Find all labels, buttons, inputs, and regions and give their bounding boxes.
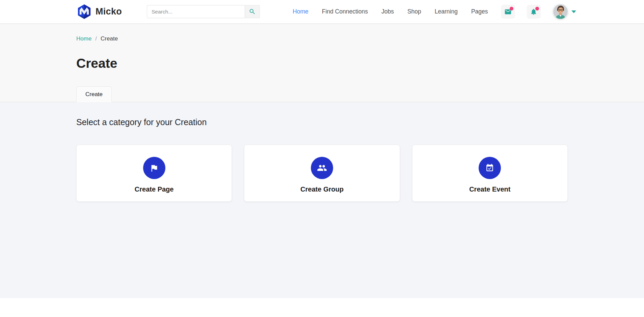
main-content: Select a category for your Creation Crea…: [0, 102, 644, 298]
messages-badge: [510, 7, 513, 10]
search-button[interactable]: [245, 5, 260, 18]
search-input[interactable]: [147, 5, 245, 18]
create-group-label: Create Group: [300, 185, 344, 193]
group-icon: [317, 163, 327, 173]
breadcrumb: Home / Create: [76, 23, 568, 42]
page-header: Home / Create Create Create: [0, 23, 644, 102]
nav-shop[interactable]: Shop: [407, 8, 421, 15]
create-event-label: Create Event: [469, 185, 510, 193]
flag-icon: [150, 164, 159, 173]
tab-bar: Create: [76, 86, 568, 102]
nav-jobs[interactable]: Jobs: [381, 8, 394, 15]
top-navbar: Micko Home Find Connections Jobs Shop Le…: [0, 0, 644, 23]
category-cards: Create Page Create Group Create Event: [76, 145, 568, 202]
primary-nav: Home Find Connections Jobs Shop Learning…: [293, 8, 488, 15]
nav-learning[interactable]: Learning: [435, 8, 458, 15]
section-heading: Select a category for your Creation: [76, 102, 568, 127]
create-event-icon-circle: [479, 157, 501, 179]
nav-pages[interactable]: Pages: [471, 8, 488, 15]
nav-find-connections[interactable]: Find Connections: [322, 8, 368, 15]
calendar-check-icon: [485, 164, 494, 172]
create-page-card[interactable]: Create Page: [76, 145, 232, 202]
messages-button[interactable]: [501, 5, 515, 19]
notifications-badge: [535, 7, 539, 10]
avatar: [553, 4, 568, 19]
create-group-card[interactable]: Create Group: [244, 145, 400, 202]
navbar-inner: Micko Home Find Connections Jobs Shop Le…: [76, 0, 568, 23]
create-page-label: Create Page: [135, 185, 174, 193]
brand-logo[interactable]: Micko: [76, 4, 122, 20]
nav-home[interactable]: Home: [293, 8, 308, 15]
breadcrumb-separator: /: [95, 35, 97, 42]
chevron-down-icon[interactable]: [571, 10, 576, 13]
breadcrumb-current: Create: [101, 35, 118, 42]
create-group-icon-circle: [311, 157, 333, 179]
create-page-icon-circle: [143, 157, 165, 179]
search-icon: [249, 8, 256, 15]
footer: [0, 298, 644, 317]
navbar-actions: [501, 4, 576, 19]
breadcrumb-home-link[interactable]: Home: [76, 35, 91, 42]
micko-logo-icon: [76, 4, 92, 20]
user-menu[interactable]: [553, 4, 576, 19]
tab-create[interactable]: Create: [76, 86, 112, 102]
brand-name: Micko: [96, 6, 122, 17]
search-box: [147, 5, 260, 18]
create-event-card[interactable]: Create Event: [412, 145, 568, 202]
page-title: Create: [76, 56, 568, 71]
notifications-button[interactable]: [527, 5, 541, 19]
